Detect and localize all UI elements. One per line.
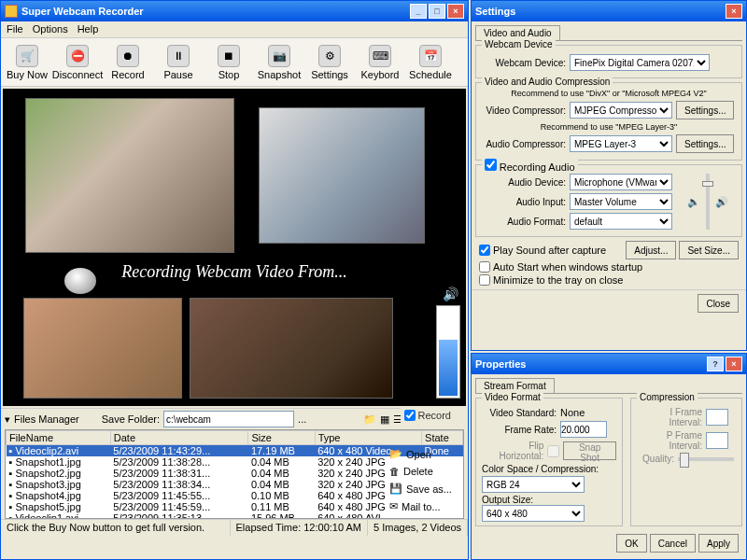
snapshot-button[interactable]: 📷Snapshot — [257, 40, 302, 84]
ac-settings-button[interactable]: Settings... — [676, 134, 734, 153]
menu-file[interactable]: File — [7, 23, 23, 35]
frame-rate-input[interactable] — [560, 421, 607, 438]
ellipsis-button[interactable]: ... — [298, 413, 306, 425]
quality-slider — [678, 457, 734, 461]
audio-input-select[interactable]: Master Volume — [570, 193, 672, 210]
file-icon: ▪ — [9, 490, 13, 501]
settings-titlebar[interactable]: Settings × — [472, 1, 746, 21]
video-standard-value: None — [560, 407, 585, 418]
col-size[interactable]: Size — [248, 431, 315, 445]
audio-device-select[interactable]: Microphone (VMware VM — [570, 174, 672, 190]
tab-video-audio[interactable]: Video and Audio — [475, 25, 560, 40]
props-compression-group: Compression I Frame Interval: P Frame In… — [630, 398, 742, 526]
save-as-button[interactable]: 💾Save as... — [388, 480, 462, 497]
col-type[interactable]: Type — [315, 431, 421, 445]
file-icon: ▪ — [9, 512, 13, 519]
props-close-button[interactable]: × — [726, 357, 742, 371]
props-help-button[interactable]: ? — [707, 357, 724, 371]
deletebutton[interactable]: 🗑Delete — [388, 463, 462, 480]
video-format-group: Video Format Video Standard:None Frame R… — [475, 398, 623, 526]
adjust-button[interactable]: Adjust... — [626, 241, 676, 259]
iframe-input — [706, 409, 728, 426]
preview-area: Recording Webcam Video From... 🔊 — [3, 89, 466, 406]
speaker-left-icon: 🔈 — [687, 196, 700, 208]
status-left: Click the Buy Now button to get full ver… — [1, 520, 231, 536]
settings-button[interactable]: ⚙Settings — [307, 40, 352, 84]
files-bar: ▾ Files Manager Save Folder: ... 📁 ▦ ☰ — [1, 408, 406, 429]
grid-view-icon[interactable]: ▦ — [380, 413, 389, 426]
openbutton[interactable]: 📂Open — [388, 445, 462, 463]
ok-button[interactable]: OK — [616, 534, 646, 553]
schedule-button[interactable]: 📅Schedule — [408, 40, 453, 84]
pause-button[interactable]: ⏸Pause — [156, 40, 201, 84]
mail-to-button[interactable]: ✉Mail to... — [388, 497, 462, 515]
files-title: Files Manager — [14, 413, 79, 425]
save-folder-input[interactable] — [163, 411, 294, 427]
snapshot-button: Snap Shot — [563, 441, 616, 460]
files-collapse-icon[interactable]: ▾ — [5, 413, 10, 426]
volume-slider[interactable] — [706, 174, 710, 230]
output-size-select[interactable]: 640 x 480 — [482, 505, 585, 522]
webcam-icon — [64, 268, 96, 294]
snapshot-icon: 📷 — [268, 45, 290, 67]
close-button[interactable]: × — [447, 4, 464, 19]
file-actions: 📂Open🗑Delete💾Save as...✉Mail to... — [388, 445, 462, 515]
vc-settings-button[interactable]: Settings... — [676, 101, 734, 119]
play-sound-checkbox[interactable] — [479, 245, 490, 256]
buynow-button[interactable]: 🛒Buy Now — [5, 40, 49, 84]
cancel-button[interactable]: Cancel — [650, 534, 696, 553]
main-title: Super Webcam Recorder — [21, 6, 410, 17]
speaker-icon[interactable]: 🔊 — [443, 287, 458, 301]
toolbar: 🛒Buy Now⛔Disconnect⏺Record⏸Pause⏹Stop📷Sn… — [1, 38, 468, 87]
colorspace-select[interactable]: RGB 24 — [482, 476, 585, 493]
props-titlebar[interactable]: Properties ?× — [472, 354, 746, 374]
menu-options[interactable]: Options — [33, 23, 68, 35]
stop-button[interactable]: ⏹Stop — [206, 40, 251, 84]
compression-group: Video and Audio Compression Recommend to… — [475, 82, 742, 161]
preview-image-2 — [259, 107, 425, 244]
record-icon: ⏺ — [117, 45, 139, 67]
tab-stream-format[interactable]: Stream Format — [475, 378, 555, 393]
record-checkbox[interactable]: Record — [404, 410, 451, 421]
keyboard-button[interactable]: ⌨Keybord — [358, 40, 402, 84]
settings-close-button[interactable]: × — [726, 4, 742, 19]
disconnect-icon: ⛔ — [66, 45, 89, 67]
minimize-button[interactable]: _ — [410, 4, 427, 19]
preview-image-1 — [25, 98, 234, 253]
audio-compressor-select[interactable]: MPEG Layer-3 — [570, 135, 672, 152]
col-filename[interactable]: FileName — [7, 431, 111, 445]
file-icon: ▪ — [9, 501, 13, 512]
status-right: 5 Images, 2 Videos — [368, 520, 468, 536]
speaker-right-icon: 🔊 — [715, 196, 728, 208]
webcam-device-group: Webcam Device Webcam Device: FinePix Dig… — [475, 45, 742, 78]
status-mid: Elapsed Time: 12:00:10 AM — [231, 520, 369, 536]
col-date[interactable]: Date — [110, 431, 248, 445]
folder-icon[interactable]: 📁 — [363, 413, 376, 426]
minimize-tray-checkbox[interactable] — [479, 274, 490, 286]
video-compressor-select[interactable]: MJPEG Compressor — [570, 102, 672, 119]
main-window: Super Webcam Recorder _ □ × File Options… — [0, 0, 469, 560]
record-button[interactable]: ⏺Record — [106, 40, 150, 84]
statusbar: Click the Buy Now button to get full ver… — [1, 519, 468, 536]
webcam-device-select[interactable]: FinePix Digital Camera 020724 (W — [570, 54, 710, 71]
buynow-icon: 🛒 — [16, 45, 38, 67]
settings-window: Settings × Video and Audio Webcam Device… — [471, 0, 747, 351]
flip-horizontal-checkbox — [547, 445, 559, 457]
properties-window: Properties ?× Stream Format Video Format… — [471, 353, 747, 560]
file-icon: ▪ — [9, 445, 13, 456]
apply-button[interactable]: Apply — [698, 534, 739, 553]
preview-image-3 — [23, 298, 182, 399]
props-title: Properties — [475, 358, 707, 370]
file-icon: ▪ — [9, 456, 13, 468]
disconnect-button[interactable]: ⛔Disconnect — [55, 40, 100, 84]
audio-format-select[interactable]: default — [570, 213, 672, 230]
pframe-input — [706, 432, 728, 449]
maximize-button[interactable]: □ — [429, 4, 445, 19]
col-state[interactable]: State — [422, 431, 463, 445]
recording-audio-checkbox[interactable] — [485, 159, 497, 171]
setsize-button[interactable]: Set Size... — [679, 241, 739, 259]
main-titlebar[interactable]: Super Webcam Recorder _ □ × — [1, 1, 468, 21]
menu-help[interactable]: Help — [78, 23, 99, 35]
settings-close-btn[interactable]: Close — [698, 294, 739, 313]
autostart-checkbox[interactable] — [479, 261, 490, 273]
